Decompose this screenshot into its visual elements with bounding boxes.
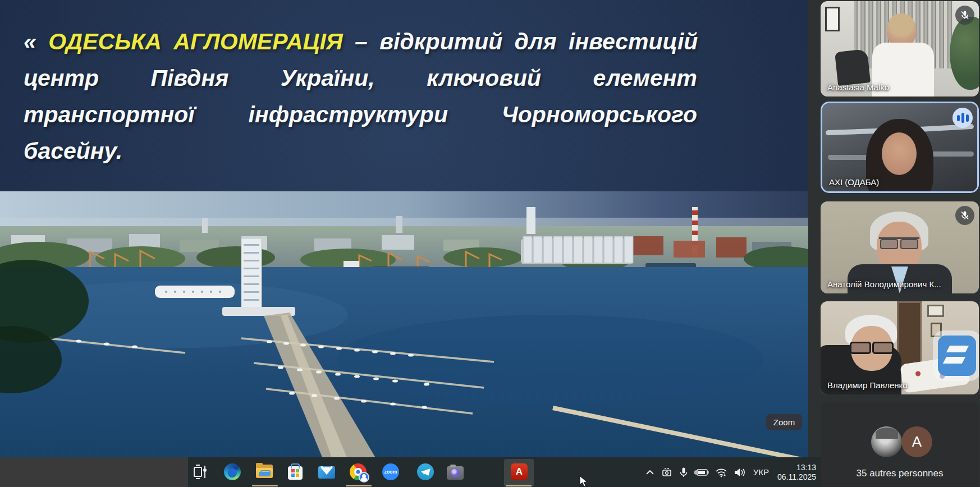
slide-title: « ОДЕСЬКА АГЛОМЕРАЦІЯ – відкритий для ін… bbox=[24, 24, 697, 169]
cast-display-icon[interactable] bbox=[661, 467, 673, 478]
tray-chevron-up-icon[interactable] bbox=[645, 469, 654, 476]
participant-tile-anastasia[interactable]: Anastasia Malko bbox=[821, 1, 979, 97]
participant-tile-vladimir[interactable]: Владимир Павленко bbox=[821, 301, 979, 394]
shared-screen-area: « ОДЕСЬКА АГЛОМЕРАЦІЯ – відкритий для ін… bbox=[0, 0, 808, 487]
microphone-icon[interactable] bbox=[679, 467, 688, 478]
edge-browser-icon[interactable] bbox=[223, 463, 241, 481]
microsoft-store-icon[interactable] bbox=[286, 463, 304, 481]
participant-name: AXI (ОДАБА) bbox=[829, 177, 879, 187]
slide-title-line2: центр Півдня України, ключовий елемент bbox=[24, 60, 697, 97]
mic-muted-icon bbox=[955, 6, 974, 25]
participant-tile-axi-speaking[interactable]: AXI (ОДАБА) bbox=[821, 102, 979, 193]
file-explorer-icon[interactable] bbox=[255, 463, 273, 481]
zoom-app-icon[interactable]: zoom bbox=[382, 463, 400, 481]
logo-watermark bbox=[933, 330, 979, 381]
volume-icon[interactable] bbox=[734, 467, 747, 477]
mic-muted-icon bbox=[955, 206, 974, 225]
participant-name: Anastasia Malko bbox=[827, 82, 889, 92]
tray-date: 06.11.2025 bbox=[777, 472, 816, 482]
chrome-icon[interactable] bbox=[349, 463, 367, 481]
slide-title-line1-rest: – відкритий для інвестицій bbox=[355, 29, 698, 54]
participant-name: Владимир Павленко bbox=[827, 380, 908, 390]
odesa-port-aerial-photo bbox=[0, 191, 808, 487]
participant-tile-anatolii[interactable]: Анатолій Володимирович К... bbox=[821, 201, 979, 293]
slide-title-line3: транспортної інфраструктури Чорноморсько… bbox=[24, 97, 697, 133]
avatar-letter: A bbox=[901, 426, 932, 457]
meeting-window: « ОДЕСЬКА АГЛОМЕРАЦІЯ – відкритий для ін… bbox=[0, 0, 980, 487]
participant-name: Анатолій Володимирович К... bbox=[827, 279, 941, 289]
more-participants-label: 35 autres personnes bbox=[821, 468, 979, 479]
wifi-icon[interactable] bbox=[715, 467, 727, 477]
participants-sidebar: Anastasia Malko AXI (ОДАБА) Анатолій В bbox=[821, 0, 980, 487]
tray-time: 13:13 bbox=[777, 463, 816, 472]
taskbar-left-panel bbox=[0, 457, 188, 487]
chrome-profile-badge bbox=[359, 472, 369, 483]
running-indicator-explorer bbox=[252, 485, 278, 486]
camera-app-icon[interactable] bbox=[446, 463, 464, 481]
slide-title-line4: басейну. bbox=[24, 133, 697, 169]
language-indicator[interactable]: УКР bbox=[753, 467, 769, 477]
running-indicator-chrome bbox=[346, 485, 372, 486]
avatar bbox=[871, 426, 902, 457]
more-participants-tile[interactable]: A 35 autres personnes bbox=[821, 402, 979, 487]
telegram-icon[interactable] bbox=[416, 463, 434, 481]
battery-icon[interactable] bbox=[694, 468, 709, 477]
quote-mark: « bbox=[24, 29, 36, 54]
clock[interactable]: 13:13 06.11.2025 bbox=[777, 463, 816, 482]
mouse-cursor bbox=[579, 475, 589, 487]
slide-title-highlight: ОДЕСЬКА АГЛОМЕРАЦІЯ bbox=[48, 29, 342, 54]
acrobat-icon[interactable]: A bbox=[510, 463, 528, 481]
task-view-icon[interactable] bbox=[191, 463, 209, 481]
zoom-watermark-label: Zoom bbox=[766, 414, 802, 430]
system-tray: УКР 13:13 06.11.2025 bbox=[645, 457, 816, 487]
slide-title-line1: « ОДЕСЬКА АГЛОМЕРАЦІЯ – відкритий для ін… bbox=[24, 24, 697, 60]
windows-taskbar: zoom A bbox=[0, 457, 821, 487]
speaking-indicator-icon bbox=[952, 108, 973, 128]
running-indicator-acrobat bbox=[506, 485, 532, 486]
mail-icon[interactable] bbox=[318, 463, 336, 481]
